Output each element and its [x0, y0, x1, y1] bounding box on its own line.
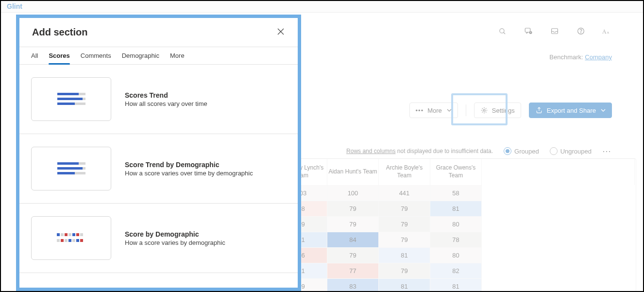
section-card[interactable]: Score by DemographicHow a score varies b…: [19, 204, 298, 273]
svg-rect-11: [79, 93, 85, 95]
section-title: Score by Demographic: [125, 230, 225, 238]
svg-rect-30: [61, 239, 64, 242]
section-thumb: [31, 147, 111, 190]
section-title: Score Trend by Demographic: [125, 161, 253, 169]
svg-rect-26: [72, 233, 75, 236]
section-card[interactable]: Score Trend by DemographicHow a score va…: [19, 134, 298, 204]
section-title: Scores Trend: [125, 91, 207, 99]
svg-rect-33: [72, 239, 75, 242]
svg-rect-22: [57, 233, 60, 236]
svg-rect-21: [75, 172, 85, 174]
svg-rect-17: [79, 162, 85, 165]
tab-comments[interactable]: Comments: [81, 52, 111, 64]
svg-rect-12: [57, 98, 83, 100]
add-section-modal: Add section AllScoresCommentsDemographic…: [16, 15, 301, 291]
section-card-list: Scores TrendHow all scores vary over tim…: [19, 65, 298, 288]
svg-rect-35: [80, 239, 83, 242]
svg-rect-20: [57, 172, 75, 174]
section-text: Score by DemographicHow a score varies b…: [125, 230, 225, 246]
tab-demographic[interactable]: Demographic: [122, 52, 159, 64]
section-text: Scores TrendHow all scores vary over tim…: [125, 91, 207, 107]
close-icon[interactable]: [277, 28, 286, 37]
svg-rect-23: [61, 233, 64, 236]
svg-rect-29: [57, 239, 60, 242]
tab-all[interactable]: All: [31, 52, 38, 64]
svg-rect-19: [83, 167, 85, 170]
svg-rect-18: [57, 167, 83, 170]
svg-rect-10: [57, 93, 79, 95]
modal-title: Add section: [32, 27, 87, 38]
section-text: Score Trend by DemographicHow a score va…: [125, 161, 253, 177]
section-desc: How all scores vary over time: [125, 100, 207, 107]
section-thumb: [31, 77, 111, 121]
svg-rect-27: [76, 233, 79, 236]
section-thumb: [31, 216, 111, 260]
section-desc: How a score varies over time by demograp…: [125, 170, 253, 177]
svg-rect-34: [76, 239, 79, 242]
svg-rect-25: [68, 233, 71, 236]
section-card[interactable]: Scores TrendHow all scores vary over tim…: [19, 65, 298, 134]
svg-rect-13: [83, 98, 85, 100]
svg-rect-16: [57, 162, 79, 165]
tab-more[interactable]: More: [170, 52, 185, 64]
svg-rect-24: [65, 233, 68, 236]
svg-rect-14: [57, 103, 75, 105]
section-desc: How a score varies by demographic: [125, 239, 225, 246]
modal-tabs: AllScoresCommentsDemographicMore: [19, 47, 298, 65]
svg-rect-31: [65, 239, 68, 242]
tab-scores[interactable]: Scores: [49, 52, 69, 64]
svg-rect-15: [75, 103, 85, 105]
svg-rect-28: [80, 233, 83, 236]
svg-rect-32: [68, 239, 71, 242]
